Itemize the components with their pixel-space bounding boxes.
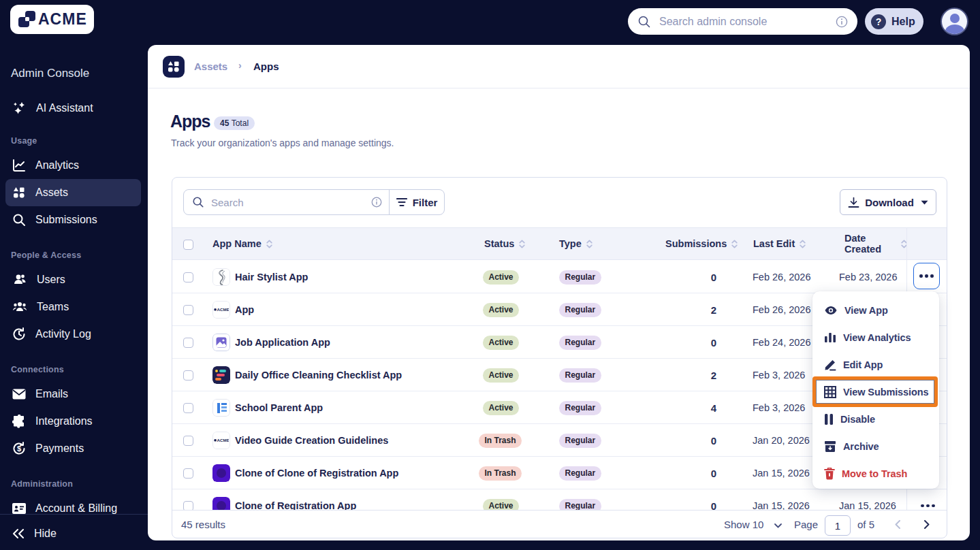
svg-text:$: $ bbox=[17, 444, 21, 453]
svg-text:ACME: ACME bbox=[217, 438, 229, 442]
svg-text:ACME: ACME bbox=[217, 307, 229, 312]
